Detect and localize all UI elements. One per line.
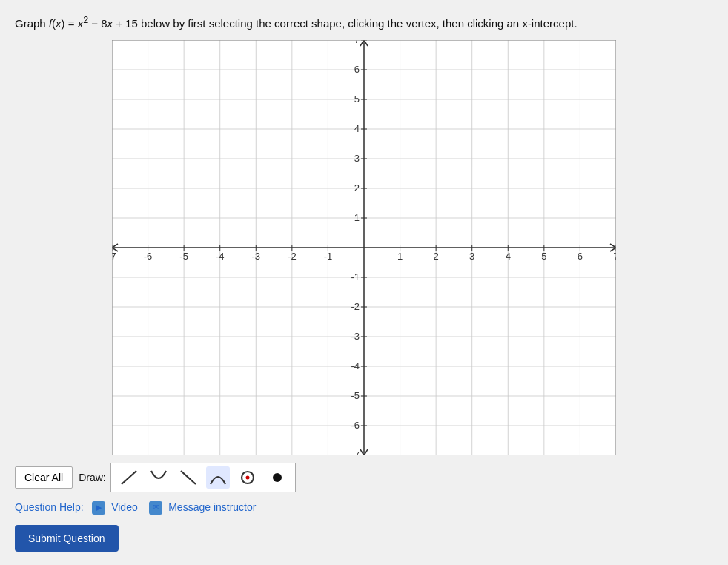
svg-point-3 — [245, 475, 249, 479]
question-help: Question Help: ▶ Video ✉ Message instruc… — [15, 501, 713, 515]
coordinate-graph[interactable] — [112, 40, 616, 455]
submit-question-button[interactable]: Submit Question — [15, 525, 119, 552]
draw-tool-parabola-up[interactable] — [147, 466, 171, 489]
svg-line-1 — [181, 471, 196, 484]
graph-container — [15, 40, 713, 455]
draw-tool-line-up[interactable] — [117, 466, 141, 489]
video-icon: ▶ — [92, 501, 105, 515]
draw-tools-panel — [110, 463, 296, 492]
message-icon: ✉ — [149, 501, 162, 515]
svg-point-4 — [273, 473, 282, 482]
draw-label: Draw: — [79, 472, 106, 483]
clear-all-button[interactable]: Clear All — [15, 466, 73, 489]
draw-tool-line-down[interactable] — [176, 466, 200, 489]
draw-tool-dot[interactable] — [265, 466, 289, 489]
svg-line-0 — [122, 471, 136, 484]
toolbar: Clear All Draw: — [15, 463, 713, 492]
question-help-label: Question Help: — [15, 501, 84, 513]
instruction: Graph f(x) = x2 − 8x + 15 below by first… — [15, 13, 713, 33]
draw-tool-parabola-down[interactable] — [206, 466, 230, 489]
draw-tool-circle[interactable] — [236, 466, 259, 489]
message-instructor-link[interactable]: Message instructor — [168, 501, 256, 513]
video-link[interactable]: Video — [111, 501, 138, 513]
